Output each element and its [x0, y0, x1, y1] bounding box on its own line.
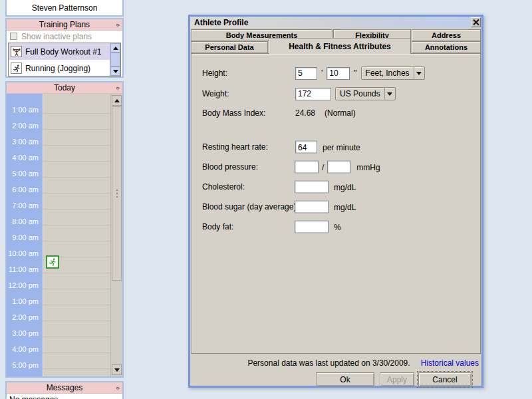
tab-label: Personal Data — [205, 43, 253, 51]
height-label: Height: — [202, 68, 227, 78]
blood-sugar-input[interactable] — [295, 201, 329, 213]
body-fat-suffix: % — [334, 222, 341, 231]
collapse-icon[interactable]: « — [114, 20, 123, 29]
scrollbar-thumb[interactable] — [112, 106, 122, 281]
weight-unit-dropdown[interactable]: US Pounds — [335, 87, 396, 100]
bmi-value: 24.68 — [295, 108, 315, 118]
time-label: 10:00 am — [7, 245, 43, 261]
calendar-scrollbar[interactable] — [110, 94, 122, 376]
show-inactive-label: Show inactive plans — [21, 32, 92, 41]
height-unit-value: Feet, Inches — [362, 67, 414, 79]
blood-pressure-suffix: mmHg — [356, 162, 380, 172]
last-updated-status: Personal data was last updated on 3/30/2… — [247, 358, 410, 368]
feet-mark: ' — [321, 68, 323, 78]
triangle-down-icon — [416, 72, 422, 75]
resting-heart-rate-input[interactable] — [295, 141, 317, 154]
tab-label: Annotations — [425, 43, 467, 51]
triangle-up-icon — [114, 99, 120, 102]
chevron-down-icon[interactable] — [384, 88, 395, 100]
running-icon — [11, 63, 22, 74]
tab-personal-data[interactable]: Personal Data — [191, 41, 268, 53]
tab-health-fitness-attributes[interactable]: Health & Fitness Attributes — [269, 38, 411, 54]
height-inches-input[interactable] — [327, 67, 350, 80]
cholesterol-suffix: mg/dL — [334, 182, 356, 192]
collapse-icon[interactable]: « — [114, 383, 123, 392]
scroll-up-button[interactable] — [110, 43, 120, 53]
list-item-full-body-workout[interactable]: Full Body Workout #1 — [9, 43, 110, 60]
tab-address[interactable]: Address — [412, 29, 481, 41]
time-label: 5:00 am — [7, 166, 43, 182]
list-item-label: Full Body Workout #1 — [25, 47, 102, 57]
time-label: 11:00 am — [7, 261, 43, 277]
tab-label: Health & Fitness Attributes — [289, 42, 391, 51]
health-fitness-tab-content: Height: ' " Feet, Inches Weight: — [191, 53, 481, 354]
blood-sugar-label: Blood sugar (day average): — [202, 202, 299, 211]
resting-heart-rate-label: Resting heart rate: — [202, 142, 268, 152]
messages-title: Messages — [47, 383, 83, 392]
cholesterol-input[interactable] — [295, 181, 329, 194]
today-title: Today — [54, 83, 75, 92]
training-plans-title: Training Plans — [39, 20, 90, 29]
ok-button[interactable]: Ok — [316, 372, 374, 386]
scroll-up-button[interactable] — [112, 95, 122, 106]
blood-pressure-label: Blood pressure: — [202, 162, 258, 172]
weight-input[interactable] — [295, 88, 331, 100]
bmi-label: Body Mass Index: — [202, 108, 265, 118]
today-header[interactable]: Today « — [7, 82, 122, 94]
height-row: Height: ' " Feet, Inches — [192, 66, 480, 80]
training-plans-panel: Training Plans « Show inactive plans — [5, 18, 124, 78]
grip-dot — [116, 193, 118, 194]
height-feet-input[interactable] — [295, 67, 317, 80]
dialog-title: Athlete Profile — [194, 18, 248, 27]
time-label: 4:00 am — [7, 150, 43, 166]
training-plans-header[interactable]: Training Plans « — [7, 19, 122, 31]
time-label: 5:00 pm — [7, 357, 43, 373]
athlete-profile-dialog: Athlete Profile Body Measurements Flexib… — [188, 15, 483, 388]
collapse-icon[interactable]: « — [114, 83, 123, 92]
body-fat-row: Body fat: % — [192, 219, 480, 234]
blood-pressure-systolic-input[interactable] — [295, 161, 319, 174]
scrollbar-thumb[interactable] — [110, 53, 120, 66]
body-fat-label: Body fat: — [202, 222, 233, 231]
grip-dot — [116, 196, 118, 198]
running-event-icon[interactable] — [46, 255, 59, 269]
training-plans-list: Full Body Workout #1 Running (Jogging) — [8, 43, 121, 76]
blood-pressure-diastolic-input[interactable] — [327, 161, 350, 174]
triangle-down-icon — [114, 368, 120, 372]
triangle-up-icon — [113, 47, 118, 50]
height-unit-dropdown[interactable]: Feet, Inches — [361, 66, 425, 80]
cholesterol-row: Cholesterol: mg/dL — [192, 180, 480, 194]
messages-panel: Messages « No messages. — [5, 381, 124, 399]
show-inactive-checkbox[interactable] — [10, 33, 17, 40]
dialog-titlebar[interactable]: Athlete Profile — [190, 17, 481, 28]
training-plans-scrollbar[interactable] — [110, 43, 120, 76]
weight-unit-value: US Pounds — [336, 88, 384, 100]
cancel-button[interactable]: Cancel — [418, 372, 471, 386]
bmi-status: (Normal) — [325, 108, 356, 118]
close-button[interactable] — [471, 17, 481, 27]
time-label: 9:00 am — [7, 229, 43, 245]
chevron-down-icon[interactable] — [414, 67, 424, 79]
time-label: 3:00 pm — [7, 325, 43, 341]
weight-row: Weight: US Pounds — [192, 86, 480, 101]
weightlifting-icon — [11, 46, 22, 57]
inches-mark: " — [354, 68, 356, 78]
list-item-running[interactable]: Running (Jogging) — [9, 60, 110, 76]
messages-header[interactable]: Messages « — [7, 382, 122, 394]
user-name-panel: Steven Patternson — [5, 0, 124, 17]
historical-values-link[interactable]: Historical values — [421, 358, 479, 368]
time-label: 7:00 am — [7, 198, 43, 213]
tab-annotations[interactable]: Annotations — [412, 41, 481, 53]
time-label: 12:00 pm — [7, 277, 43, 293]
messages-empty-text: No messages. — [7, 394, 122, 399]
app-window: Steven Patternson Training Plans « Show … — [0, 0, 532, 399]
show-inactive-row: Show inactive plans — [7, 31, 122, 42]
scroll-down-button[interactable] — [110, 66, 120, 76]
dialog-footer: Personal data was last updated on 3/30/2… — [190, 354, 481, 386]
tab-label: Address — [432, 31, 461, 39]
cholesterol-label: Cholesterol: — [202, 182, 245, 192]
calendar-events-area[interactable] — [43, 94, 110, 376]
scroll-down-button[interactable] — [112, 364, 122, 375]
time-label: 1:00 am — [7, 102, 43, 118]
body-fat-input[interactable] — [295, 221, 329, 233]
